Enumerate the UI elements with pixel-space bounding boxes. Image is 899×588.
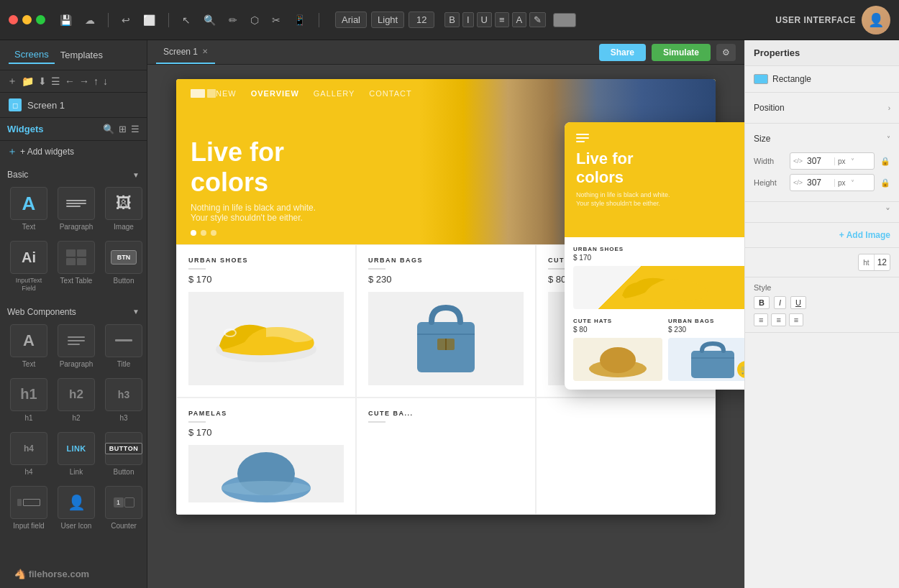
mobile-bags-price: $ 230 — [668, 326, 744, 334]
collapse-icon[interactable]: ˅ — [885, 206, 890, 218]
screen-item[interactable]: ◻ Screen 1 — [0, 93, 147, 117]
color-swatch[interactable] — [553, 13, 576, 27]
size-chevron-icon[interactable]: ˅ — [887, 135, 890, 143]
share-button[interactable]: Share — [599, 44, 646, 61]
move-down-icon[interactable]: ↓ — [103, 75, 108, 87]
minimize-button[interactable] — [22, 15, 32, 24]
pen2-button[interactable]: ✎ — [529, 12, 546, 27]
shape-icon[interactable]: ⬡ — [247, 13, 262, 27]
texttable-widget-label: Text Table — [60, 277, 93, 285]
tab-templates[interactable]: Templates — [55, 47, 109, 63]
width-chevron[interactable]: ˅ — [849, 157, 857, 165]
wc-h1-label: h1 — [24, 414, 32, 422]
canvas-area[interactable]: NEW OVERVIEW GALLERY CONTACT Live for co… — [147, 65, 744, 588]
widget-image[interactable]: 🖼 Image — [102, 184, 145, 234]
hero-dot-3[interactable] — [211, 230, 216, 236]
grid-view-icon[interactable]: ⊞ — [119, 124, 127, 134]
align-left-button[interactable]: ≡ — [754, 313, 768, 326]
back-icon[interactable]: ↩ — [119, 13, 133, 27]
hero-dot-2[interactable] — [201, 230, 206, 236]
height-chevron[interactable]: ˅ — [849, 179, 857, 187]
basic-chevron-icon[interactable]: ▼ — [132, 171, 140, 179]
screen-icon[interactable]: ⬜ — [140, 13, 158, 27]
webcomponents-chevron-icon[interactable]: ▼ — [132, 308, 140, 316]
nav-gallery[interactable]: GALLERY — [314, 89, 355, 98]
maximize-button[interactable] — [36, 15, 45, 24]
mobile-hats-price: $ 80 — [573, 326, 662, 334]
crop-icon[interactable]: ✂ — [269, 13, 283, 27]
cloud-icon[interactable]: ☁ — [82, 13, 98, 27]
nav-overview[interactable]: OVERVIEW — [251, 89, 299, 98]
nav-contact[interactable]: CONTACT — [369, 89, 411, 98]
bold-style-button[interactable]: B — [754, 296, 770, 309]
underline-button[interactable]: U — [477, 12, 492, 27]
font-size-input[interactable]: 12 — [409, 12, 434, 28]
save-icon[interactable]: 💾 — [57, 13, 75, 27]
wc-usericon[interactable]: 👤 User Icon — [55, 483, 98, 533]
wc-h1[interactable]: h1 h1 — [7, 375, 50, 425]
italic-style-button[interactable]: I — [774, 296, 786, 309]
height-lock-icon[interactable]: 🔒 — [880, 178, 890, 188]
wc-h2[interactable]: h2 h2 — [55, 375, 98, 425]
widget-inputtext[interactable]: Ai InputTextField — [7, 238, 50, 295]
underline-style-button[interactable]: U — [790, 296, 806, 309]
wc-button[interactable]: BUTTON Button — [102, 429, 145, 479]
folder-icon[interactable]: 📁 — [22, 75, 34, 87]
import-icon[interactable]: ⬇ — [38, 75, 47, 87]
hero-dot-1[interactable] — [191, 230, 196, 236]
pen-icon[interactable]: ✏ — [226, 13, 240, 27]
add-widgets-btn[interactable]: ＋ + Add widgets — [0, 141, 147, 162]
wc-counter[interactable]: 1 Counter — [102, 483, 145, 533]
widget-texttable[interactable]: Text Table — [55, 238, 98, 295]
close-button[interactable] — [9, 15, 18, 24]
widget-button[interactable]: BTN Button — [102, 238, 145, 295]
user-avatar[interactable]: 👤 — [862, 6, 890, 35]
font-name-input[interactable]: Arial — [335, 12, 367, 28]
list-view-icon[interactable]: ☰ — [51, 75, 60, 87]
nav-new[interactable]: NEW — [216, 89, 237, 98]
canvas-tab-screen1[interactable]: Screen 1 ✕ — [156, 40, 215, 64]
user-section: USER INTERFACE 👤 — [775, 6, 890, 35]
wc-paragraph[interactable]: Paragraph — [55, 321, 98, 371]
search-widgets-icon[interactable]: 🔍 — [103, 124, 114, 134]
widget-text[interactable]: A Text — [7, 184, 50, 234]
bold-button[interactable]: B — [444, 12, 460, 27]
basic-widget-grid: A Text Paragraph — [7, 184, 140, 295]
nav-forward-icon[interactable]: → — [79, 75, 89, 87]
add-icon: ＋ — [7, 145, 17, 158]
wc-h4[interactable]: h4 h4 — [7, 429, 50, 479]
width-lock-icon[interactable]: 🔒 — [880, 157, 890, 166]
device-icon[interactable]: 📱 — [291, 13, 309, 27]
tab-screens[interactable]: Screens — [9, 46, 55, 64]
wc-title[interactable]: Title — [102, 321, 145, 371]
widget-paragraph[interactable]: Paragraph — [55, 184, 98, 234]
size-row[interactable]: Size ˅ — [754, 129, 890, 148]
position-chevron-icon[interactable]: › — [888, 104, 890, 112]
italic-button[interactable]: I — [462, 12, 474, 27]
font-size-value[interactable]: 12 — [874, 254, 890, 270]
position-row[interactable]: Position › — [754, 98, 890, 117]
align-right-button[interactable]: ≡ — [789, 313, 803, 326]
font-weight-input[interactable]: Light — [371, 12, 404, 28]
list-widgets-icon[interactable]: ☰ — [131, 124, 140, 134]
wc-h3[interactable]: h3 h3 — [102, 375, 145, 425]
nav-back-icon[interactable]: ← — [65, 75, 75, 87]
height-input[interactable] — [806, 175, 834, 190]
product-card-shoes: URBAN SHOES $ 170 — [176, 244, 356, 398]
type-color-swatch[interactable] — [754, 74, 768, 84]
move-up-icon[interactable]: ↑ — [93, 75, 99, 87]
wc-link[interactable]: LINK Link — [55, 429, 98, 479]
add-image-button[interactable]: + Add Image — [839, 230, 890, 240]
wc-text[interactable]: A Text — [7, 321, 50, 371]
align-center-button[interactable]: ≡ — [771, 313, 785, 326]
add-screen-btn[interactable]: ＋ — [7, 75, 17, 88]
cursor-icon[interactable]: ↖ — [179, 13, 193, 27]
settings-button[interactable]: ⚙ — [716, 44, 736, 61]
zoom-icon[interactable]: 🔍 — [201, 13, 219, 27]
align-button[interactable]: ≡ — [495, 12, 509, 27]
width-input[interactable] — [806, 153, 834, 169]
text-button[interactable]: A — [512, 12, 527, 27]
wc-inputfield[interactable]: Input field — [7, 483, 50, 533]
canvas-tab-close-icon[interactable]: ✕ — [202, 47, 208, 55]
simulate-button[interactable]: Simulate — [652, 44, 711, 61]
